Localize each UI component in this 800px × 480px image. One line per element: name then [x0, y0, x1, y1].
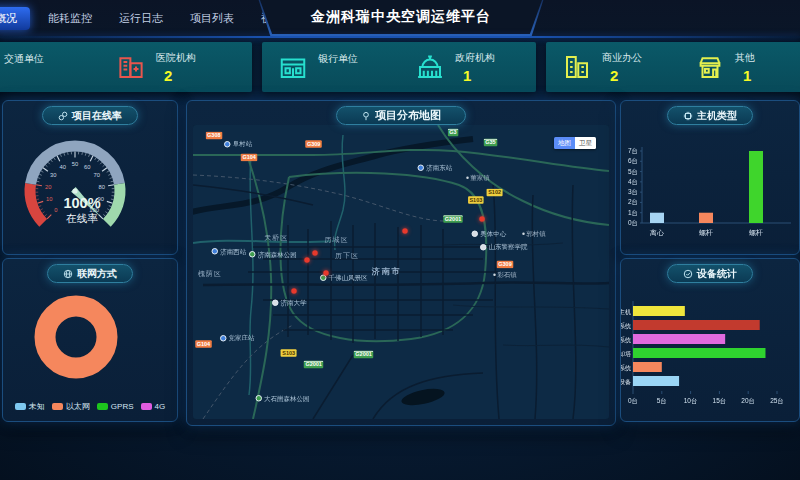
marker-label: 奥体中心 — [480, 229, 506, 238]
map-marker-school[interactable]: 济南大学 — [272, 298, 307, 307]
svg-text:水系统: 水系统 — [621, 336, 632, 344]
town-label: 郭村镇 — [522, 229, 546, 238]
svg-text:3台: 3台 — [628, 188, 638, 196]
dashboard-screen: 概况能耗监控运行日志项目列表视频监控 金洲科瑞中央空调运维平台 交通单位医院机构… — [0, 0, 800, 480]
shop-icon — [695, 52, 725, 82]
tab-project-list[interactable]: 项目列表 — [181, 7, 243, 30]
stat-label: 政府机构 — [455, 51, 495, 65]
tab-run-log[interactable]: 运行日志 — [110, 7, 172, 30]
tab-overview[interactable]: 概况 — [0, 7, 30, 30]
globe-icon — [63, 269, 73, 279]
svg-text:15台: 15台 — [713, 397, 727, 405]
marker-label: 党家庄站 — [229, 334, 255, 343]
project-dot[interactable] — [479, 216, 485, 222]
marker-label: 阜村站 — [233, 140, 253, 149]
stat-value: 1 — [463, 67, 495, 84]
road-badge: G3 — [448, 129, 458, 137]
town-label: 彩石镇 — [493, 270, 517, 279]
svg-text:1台: 1台 — [628, 209, 638, 217]
svg-text:60: 60 — [84, 164, 90, 170]
legend-item-gprs[interactable]: GPRS — [97, 401, 134, 412]
svg-text:100%: 100% — [63, 195, 100, 211]
panel-online-rate-title: 项目在线率 — [72, 109, 122, 123]
station-pin-icon — [212, 248, 219, 255]
panel-network-type: 联网方式 未知以太网GPRS4G — [2, 258, 178, 422]
panel-device-stats: 设备统计 主机电系统水系统冷却塔风系统其他设备0台5台10台15台20台25台 — [620, 258, 800, 422]
stat-card: 商业办公2其他1 — [546, 42, 800, 92]
stat-value: 2 — [610, 67, 642, 84]
legend-item-unknown[interactable]: 未知 — [15, 401, 45, 412]
bar-水系统 — [633, 334, 725, 344]
panel-project-map-title: 项目分布地图 — [375, 108, 441, 123]
map-type-toggle: 地图卫星 — [554, 137, 596, 149]
stat-texts: 其他1 — [735, 51, 755, 84]
map-marker-park[interactable]: 济南森林公园 — [249, 250, 297, 259]
road-badge: S103 — [468, 196, 484, 204]
map-marker-park[interactable]: 大石崮森林公园 — [255, 394, 309, 403]
road-badge: G2001 — [443, 215, 463, 223]
office-icon — [562, 52, 592, 82]
svg-text:20台: 20台 — [741, 397, 755, 405]
stat-value — [326, 68, 358, 83]
svg-text:25台: 25台 — [770, 397, 784, 405]
tab-energy-monitor[interactable]: 能耗监控 — [39, 7, 101, 30]
map-marker-school[interactable]: 山东警察学院 — [480, 243, 528, 252]
stat-item-government: 政府机构1 — [399, 51, 536, 84]
legend-item-4g[interactable]: 4G — [141, 401, 166, 412]
svg-text:2台: 2台 — [628, 198, 638, 206]
station-pin-icon — [224, 141, 231, 148]
panel-device-stats-title: 设备统计 — [697, 267, 737, 281]
project-dot[interactable] — [402, 228, 408, 234]
top-navbar: 概况能耗监控运行日志项目列表视频监控 金洲科瑞中央空调运维平台 — [0, 0, 800, 36]
project-dot[interactable] — [312, 250, 318, 256]
svg-text:50: 50 — [72, 161, 78, 167]
toggle-map-mode-button[interactable]: 地图 — [554, 137, 575, 149]
stat-label: 其他 — [735, 51, 755, 65]
map-marker-station[interactable]: 党家庄站 — [220, 334, 255, 343]
stat-item-bank: 银行单位 — [262, 52, 399, 83]
project-dot[interactable] — [291, 288, 297, 294]
stat-value: 1 — [743, 67, 755, 84]
svg-text:40: 40 — [60, 164, 66, 170]
district-label: 历城区 — [325, 235, 349, 244]
bar-离心 — [650, 213, 664, 223]
legend-label: 4G — [155, 402, 166, 411]
park-pin-icon — [249, 251, 256, 258]
svg-text:在线率: 在线率 — [65, 212, 98, 224]
stat-card: 交通单位医院机构2 — [0, 42, 252, 92]
stat-label: 交通单位 — [4, 52, 44, 66]
map-marker-station[interactable]: 济南西站 — [212, 247, 247, 256]
svg-text:4台: 4台 — [628, 178, 638, 186]
station-pin-icon — [418, 164, 425, 171]
stat-card: 银行单位政府机构1 — [262, 42, 536, 92]
map-marker-station[interactable]: 阜村站 — [224, 140, 252, 149]
project-dot[interactable] — [304, 257, 310, 263]
bar-主机 — [633, 306, 685, 316]
district-label: 天桥区 — [264, 234, 288, 243]
bar-螺杆 — [699, 213, 713, 223]
project-dot[interactable] — [323, 270, 329, 276]
marker-label: 济南西站 — [220, 247, 246, 256]
map-marker-school[interactable]: 奥体中心 — [472, 229, 507, 238]
panel-online-rate: 项目在线率 0102030405060708090100100%在线率 — [2, 100, 178, 255]
map-area[interactable]: 济南市天桥区历城区历下区槐荫区董家镇郭村镇彩石镇济南西站济南东站党家庄站阜村站济… — [193, 125, 609, 419]
legend-swatch — [15, 403, 26, 410]
svg-text:20: 20 — [45, 184, 51, 190]
panel-network-type-title: 联网方式 — [77, 267, 117, 281]
government-icon — [415, 52, 445, 82]
toggle-satellite-mode-button[interactable]: 卫星 — [575, 137, 596, 149]
stat-item-traffic: 交通单位 — [0, 52, 100, 83]
legend-label: 未知 — [29, 401, 45, 412]
chip-icon — [683, 111, 693, 121]
svg-text:0台: 0台 — [628, 219, 638, 227]
marker-label: 山东警察学院 — [489, 243, 528, 252]
svg-text:0: 0 — [54, 207, 57, 213]
legend-item-ethernet[interactable]: 以太网 — [52, 401, 90, 412]
school-pin-icon — [272, 300, 279, 307]
map-marker-station[interactable]: 济南东站 — [418, 163, 453, 172]
app-title: 金洲科瑞中央空调运维平台 — [260, 0, 542, 33]
park-pin-icon — [255, 395, 262, 402]
district-label: 历下区 — [335, 251, 359, 260]
panel-host-type-title: 主机类型 — [697, 109, 737, 123]
road-badge: G2001 — [354, 351, 374, 359]
